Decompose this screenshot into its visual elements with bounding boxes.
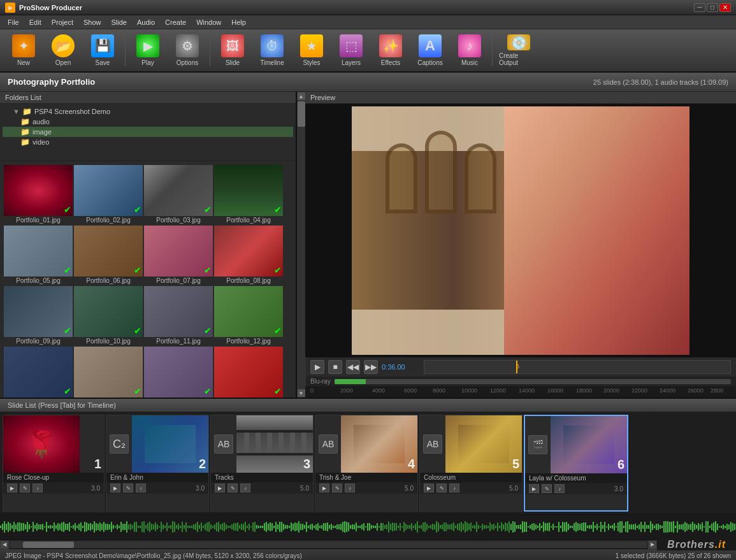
menu-slide[interactable]: Slide xyxy=(106,17,131,27)
close-button[interactable]: ✕ xyxy=(719,3,731,12)
menu-show[interactable]: Show xyxy=(78,17,106,27)
file-item[interactable]: ✔ Portfolio_07.jpg xyxy=(144,226,213,285)
music-icon: ♪ xyxy=(458,34,481,57)
slide-item-6[interactable]: 🎬 6 Layla w/ Colosseum ▶ ✎ ♪ 3.0 xyxy=(524,415,628,512)
slide-play-button[interactable]: ▶ xyxy=(424,484,434,492)
captions-button[interactable]: A Captions xyxy=(412,32,449,69)
file-item[interactable]: ✔ Portfolio_08.jpg xyxy=(214,226,283,285)
h-scroll-track[interactable] xyxy=(10,542,647,548)
file-item[interactable]: ✔ Portfolio_09.jpg xyxy=(4,286,73,345)
file-item[interactable]: ✔ Portfolio_15.jpg xyxy=(144,347,213,398)
left-scrollbar[interactable]: ▲ ▼ xyxy=(296,92,305,398)
slide-play-button[interactable]: ▶ xyxy=(529,484,539,493)
file-item[interactable]: ✔ Portfolio_02.jpg xyxy=(74,165,143,224)
save-button[interactable]: 💾 Save xyxy=(84,32,121,69)
folder-root[interactable]: ▼ 📁 PSP4 Screenshot Demo xyxy=(3,106,293,117)
scroll-right-button[interactable]: ▶ xyxy=(648,540,657,549)
slide-edit-button[interactable]: ✎ xyxy=(20,484,30,492)
project-stats: 25 slides (2:38.00), 1 audio tracks (1:0… xyxy=(593,78,728,86)
file-item[interactable]: ✔ Portfolio_14.jpg xyxy=(74,347,143,398)
file-item[interactable]: ✔ Portfolio_13.jpg xyxy=(4,347,73,398)
slide-item-1[interactable]: 🌹 1 Rose Close-up ▶ ✎ ♪ 3.0 xyxy=(3,415,105,512)
files-area[interactable]: ✔ Portfolio_01.jpg ✔ Portfolio_02.jpg ✔ … xyxy=(0,161,296,398)
h-scroll-thumb[interactable] xyxy=(23,542,74,548)
folders-list[interactable]: ▼ 📁 PSP4 Screenshot Demo 📁 audio 📁 image… xyxy=(0,104,296,161)
prev-transport-button[interactable]: ◀◀ xyxy=(346,360,360,374)
bottom-scrollbar[interactable]: ◀ ▶ Brothers.it xyxy=(0,540,736,549)
menu-help[interactable]: Help xyxy=(226,17,251,27)
minimize-button[interactable]: ─ xyxy=(694,3,705,12)
file-item[interactable]: ✔ Portfolio_01.jpg xyxy=(4,165,73,224)
slide-play-button[interactable]: ▶ xyxy=(215,484,225,492)
open-icon: 📂 xyxy=(52,34,75,57)
effects-button[interactable]: ✨ Effects xyxy=(372,32,409,69)
slide-item-2[interactable]: C₂ 2 Erin & John ▶ ✎ ♪ 3.0 xyxy=(106,415,209,512)
scroll-thumb[interactable] xyxy=(298,101,305,127)
menu-edit[interactable]: Edit xyxy=(24,17,47,27)
file-item[interactable]: ✔ Portfolio_12.jpg xyxy=(214,286,283,345)
file-item[interactable]: ✔ Portfolio_04.jpg xyxy=(214,165,283,224)
file-item[interactable]: ✔ Portfolio_11.jpg xyxy=(144,286,213,345)
slide-edit-button[interactable]: ✎ xyxy=(542,484,552,493)
slide-sound-button[interactable]: ♪ xyxy=(345,484,355,492)
folder-image[interactable]: 📁 image xyxy=(3,127,293,137)
menu-create[interactable]: Create xyxy=(160,17,191,27)
layers-button[interactable]: ⬚ Layers xyxy=(333,32,370,69)
time-display: 0:36.00 xyxy=(382,363,420,371)
slide-sound-button[interactable]: ♪ xyxy=(32,484,43,492)
file-check-icon: ✔ xyxy=(204,265,212,275)
scroll-left-button[interactable]: ◀ xyxy=(0,540,9,549)
file-item[interactable]: ✔ Portfolio_10.jpg xyxy=(74,286,143,345)
slide-item-4[interactable]: AB 4 Trish & Joe ▶ ✎ ♪ 5.0 xyxy=(315,415,418,512)
window-controls[interactable]: ─ □ ✕ xyxy=(694,3,731,12)
play-button[interactable]: ▶ Play xyxy=(129,32,166,69)
scroll-up-button[interactable]: ▲ xyxy=(297,92,306,101)
menu-file[interactable]: File xyxy=(3,17,24,27)
slide-item-3[interactable]: AB 3 Tracks ▶ ✎ ♪ 5.0 xyxy=(210,415,314,512)
folder-audio[interactable]: 📁 audio xyxy=(3,117,293,127)
slide-play-button[interactable]: ▶ xyxy=(7,484,17,492)
slide-sound-button[interactable]: ♪ xyxy=(136,484,146,492)
slide-edit-button[interactable]: ✎ xyxy=(332,484,342,492)
styles-button[interactable]: ★ Styles xyxy=(293,32,330,69)
open-button[interactable]: 📂 Open xyxy=(45,32,82,69)
scroll-down-button[interactable]: ▼ xyxy=(297,389,306,398)
new-button[interactable]: ✦ New xyxy=(5,32,42,69)
next-transport-button[interactable]: ▶▶ xyxy=(364,360,378,374)
menu-window[interactable]: Window xyxy=(191,17,226,27)
music-button[interactable]: ♪ Music xyxy=(451,32,488,69)
play-transport-button[interactable]: ▶ xyxy=(310,360,324,374)
scroll-track[interactable] xyxy=(297,101,306,389)
menu-project[interactable]: Project xyxy=(47,17,78,27)
file-item[interactable]: ✔ Portfolio_16.jpg xyxy=(214,347,283,398)
stop-transport-button[interactable]: ■ xyxy=(328,360,342,374)
status-right: 1 selected (3666K bytes) 25 of 26 shown xyxy=(616,552,731,559)
ruler-12000: 12000 xyxy=(490,387,506,394)
slide-play-button[interactable]: ▶ xyxy=(319,484,329,492)
file-item[interactable]: ✔ Portfolio_03.jpg xyxy=(144,165,213,224)
slide-play-button[interactable]: ▶ xyxy=(110,484,120,492)
slide-icon-area: 🎬 xyxy=(525,416,551,473)
slide-edit-button[interactable]: ✎ xyxy=(123,484,133,492)
slide-edit-button[interactable]: ✎ xyxy=(437,484,447,492)
slide-button[interactable]: 🖼 Slide xyxy=(214,32,251,69)
file-item[interactable]: ✔ Portfolio_06.jpg xyxy=(74,226,143,285)
menu-audio[interactable]: Audio xyxy=(132,17,160,27)
maximize-button[interactable]: □ xyxy=(707,3,718,12)
slide-controls: ▶ ✎ ♪ 3.0 xyxy=(525,483,627,494)
slide-sound-button[interactable]: ♪ xyxy=(449,484,459,492)
slide-sound-button[interactable]: ♪ xyxy=(240,484,250,492)
folder-audio-label: audio xyxy=(32,118,50,126)
ruler-2800: 2800 xyxy=(711,387,723,394)
create-output-button[interactable]: 💿 Create Output xyxy=(496,32,541,69)
slide-item-5[interactable]: AB 5 Colosseum ▶ ✎ ♪ 5.0 xyxy=(419,415,523,512)
options-button[interactable]: ⚙ Options xyxy=(169,32,206,69)
slide-list[interactable]: 🌹 1 Rose Close-up ▶ ✎ ♪ 3.0 C₂ 2 Erin & … xyxy=(0,412,736,514)
timeline-button[interactable]: ⏱ Timeline xyxy=(254,32,291,69)
slide-edit-button[interactable]: ✎ xyxy=(227,484,238,492)
folder-video[interactable]: 📁 video xyxy=(3,137,293,147)
timeline-ruler[interactable]: 6 xyxy=(424,360,731,374)
slide-sound-button[interactable]: ♪ xyxy=(554,484,565,493)
file-item[interactable]: ✔ Portfolio_05.jpg xyxy=(4,226,73,285)
ruler-6000: 6000 xyxy=(404,387,417,394)
